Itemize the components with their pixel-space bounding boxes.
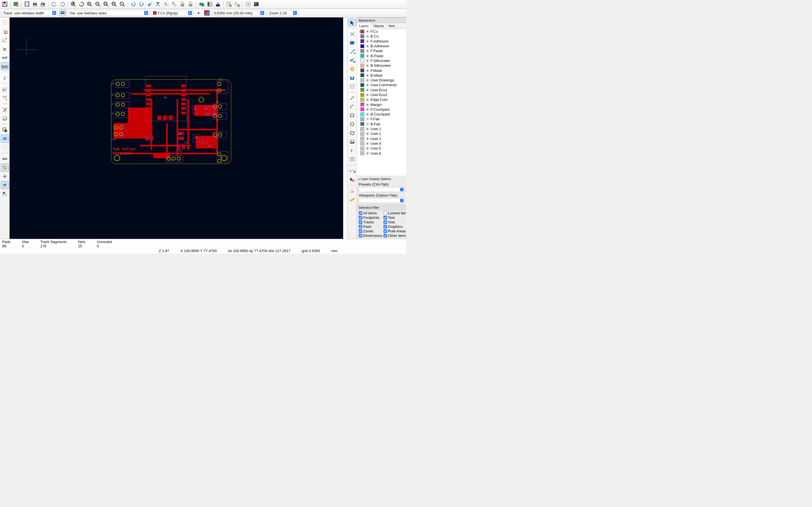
visibility-eye-icon[interactable]: ◉ xyxy=(365,98,369,102)
layer-row[interactable]: ◉B.Mask xyxy=(357,73,406,78)
layer-dropdown[interactable]: F.Cu (PgUp) xyxy=(151,10,193,16)
visibility-eye-icon[interactable]: ◉ xyxy=(365,147,369,151)
layers-manager-icon[interactable] xyxy=(1,172,9,180)
unlock-icon[interactable] xyxy=(187,1,194,8)
viewports-dropdown[interactable] xyxy=(359,198,404,203)
rotate-ccw-icon[interactable] xyxy=(130,1,137,8)
visibility-eye-icon[interactable]: ◉ xyxy=(365,73,369,77)
tab-objects[interactable]: Objects xyxy=(371,23,386,29)
visibility-eye-icon[interactable]: ⊘ xyxy=(365,122,369,126)
layer-color-swatch[interactable] xyxy=(360,122,364,126)
board-setup-icon[interactable] xyxy=(12,1,19,8)
net-highlight-icon[interactable] xyxy=(1,106,9,114)
zoom-selection-icon[interactable] xyxy=(119,1,126,8)
filter-checkbox[interactable]: Locked items xyxy=(384,211,406,215)
visibility-eye-icon[interactable]: ◉ xyxy=(365,107,369,111)
filter-checkbox[interactable]: All items xyxy=(359,211,382,215)
draw-line-icon[interactable] xyxy=(348,94,356,102)
mirror-h-icon[interactable] xyxy=(154,1,161,8)
filter-checkbox[interactable]: Pads xyxy=(359,224,382,229)
layer-row[interactable]: ◉User.Comments xyxy=(357,82,406,87)
layer-color-swatch[interactable] xyxy=(360,54,364,58)
visibility-eye-icon[interactable]: ◉ xyxy=(365,112,369,116)
save-icon[interactable] xyxy=(1,1,8,8)
ratsnest-toggle-icon[interactable] xyxy=(1,86,9,93)
visibility-eye-icon[interactable]: ◉ xyxy=(365,136,369,140)
filter-checkbox[interactable]: Other items xyxy=(384,233,406,238)
layer-row[interactable]: ◉F.Cu xyxy=(357,29,406,34)
layer-row[interactable]: ◉Margin xyxy=(357,102,406,107)
visibility-eye-icon[interactable]: ◉ xyxy=(365,39,369,43)
layer-color-swatch[interactable] xyxy=(360,39,364,43)
tab-nets[interactable]: Nets xyxy=(386,23,398,29)
layer-row[interactable]: ◉User.4 xyxy=(357,141,406,146)
layer-color-swatch[interactable] xyxy=(360,136,364,140)
find-icon[interactable]: A xyxy=(70,1,77,8)
layer-color-swatch[interactable] xyxy=(360,127,364,131)
draw-rect-icon[interactable] xyxy=(348,112,356,119)
visibility-eye-icon[interactable]: ◉ xyxy=(365,93,369,97)
layer-pair-icon[interactable]: ▾ xyxy=(195,10,202,16)
layer-color-swatch[interactable] xyxy=(360,83,364,87)
properties-panel-icon[interactable] xyxy=(1,190,9,198)
measure-tool-icon[interactable] xyxy=(348,196,356,204)
canvas[interactable]: fab teller 06062024 J4 J6 J7 J8 J10 J11 … xyxy=(10,17,343,239)
visibility-eye-icon[interactable]: ◉ xyxy=(365,68,369,72)
lock-icon[interactable] xyxy=(179,1,186,8)
layer-color-swatch[interactable] xyxy=(360,107,364,111)
draw-circle-icon[interactable] xyxy=(348,120,356,128)
pad-display-icon[interactable] xyxy=(1,126,9,134)
layer-row[interactable]: ◉User.1 xyxy=(357,126,406,131)
visibility-eye-icon[interactable]: ◉ xyxy=(365,103,369,107)
zoom-out-icon[interactable] xyxy=(94,1,101,8)
place-image-icon[interactable] xyxy=(348,138,356,146)
refresh-icon[interactable] xyxy=(78,1,85,8)
layer-display-options[interactable]: Layer Display Options xyxy=(357,176,406,182)
layer-color-swatch[interactable] xyxy=(360,88,364,92)
appearance-panel-icon[interactable] xyxy=(1,181,9,189)
layer-row[interactable]: ◉B.Cu xyxy=(357,34,406,39)
layer-color-swatch[interactable] xyxy=(360,64,364,68)
grid-toggle-icon[interactable] xyxy=(1,18,9,26)
layer-row[interactable]: ⊘B.Fab xyxy=(357,122,406,126)
ungroup-icon[interactable] xyxy=(170,1,178,8)
mirror-v-icon[interactable] xyxy=(146,1,153,8)
layer-color-swatch[interactable] xyxy=(360,49,364,53)
presets-dropdown[interactable] xyxy=(359,187,404,192)
place-rule-area-icon[interactable] xyxy=(348,82,356,91)
undo-icon[interactable] xyxy=(50,1,58,8)
layer-row[interactable]: ◉User.6 xyxy=(357,151,406,156)
layer-row[interactable]: ◉User.5 xyxy=(357,146,406,151)
layer-pair-swatch-icon[interactable] xyxy=(204,10,210,16)
layer-row[interactable]: ◉B.Paste xyxy=(357,53,406,58)
layer-color-swatch[interactable] xyxy=(360,59,364,62)
visibility-eye-icon[interactable]: ⊘ xyxy=(365,117,369,121)
layer-color-swatch[interactable] xyxy=(360,73,364,77)
visibility-eye-icon[interactable]: ◉ xyxy=(365,64,369,68)
visibility-eye-icon[interactable]: ◉ xyxy=(365,44,369,48)
layer-row[interactable]: ◉F.Silkscreen xyxy=(357,58,406,63)
visibility-eye-icon[interactable]: ◉ xyxy=(365,54,369,58)
layer-color-swatch[interactable] xyxy=(360,30,364,34)
filter-checkbox[interactable]: Zones xyxy=(359,229,382,233)
grid-origin-icon[interactable] xyxy=(348,187,356,195)
footprint-editor-icon[interactable] xyxy=(198,1,205,8)
grid-overrides-icon[interactable] xyxy=(1,27,9,35)
layer-row[interactable]: ◉B.Courtyard xyxy=(357,112,406,117)
net-colors-icon[interactable] xyxy=(1,164,9,172)
auto-track-width-icon[interactable] xyxy=(59,10,66,16)
filter-checkbox[interactable]: Tracks xyxy=(359,220,382,224)
layer-color-swatch[interactable] xyxy=(360,34,364,38)
zoom-in-icon[interactable] xyxy=(86,1,93,8)
visibility-eye-icon[interactable]: ◉ xyxy=(365,151,369,155)
select-tool-icon[interactable] xyxy=(348,18,356,26)
visibility-eye-icon[interactable]: ◉ xyxy=(365,30,369,34)
layer-row[interactable]: ◉F.Adhesive xyxy=(357,39,406,44)
filter-checkbox[interactable]: Vias xyxy=(384,220,406,224)
layer-row[interactable]: ◉F.Courtyard xyxy=(357,107,406,112)
units-mm-button[interactable]: mm xyxy=(1,62,9,70)
place-via-icon[interactable] xyxy=(348,65,356,73)
layer-color-swatch[interactable] xyxy=(360,68,364,72)
schematic-icon[interactable] xyxy=(245,1,252,8)
via-size-dropdown[interactable]: Via: use netclass sizes xyxy=(68,10,149,16)
